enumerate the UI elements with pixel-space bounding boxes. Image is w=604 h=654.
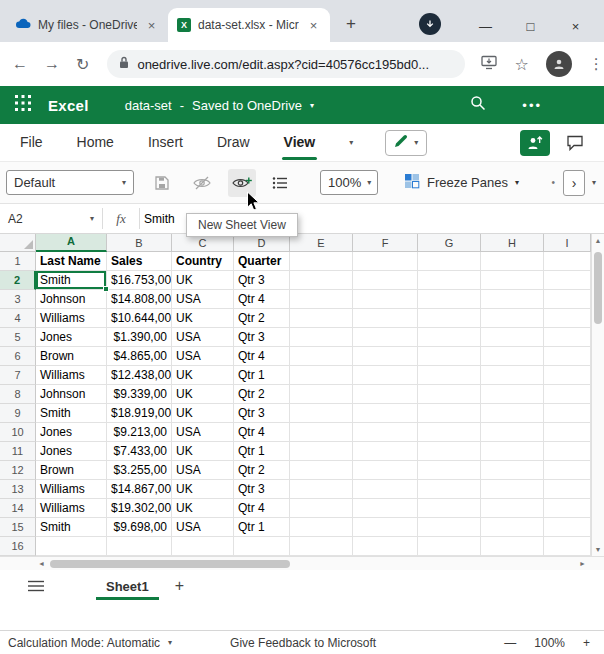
- row-header-16[interactable]: 16: [0, 537, 36, 556]
- share-button[interactable]: [520, 130, 550, 156]
- cell-I2[interactable]: [544, 271, 591, 290]
- cell-H3[interactable]: [481, 290, 544, 309]
- cell-D7[interactable]: Qtr 1: [234, 366, 290, 385]
- cell-D2[interactable]: Qtr 3: [234, 271, 290, 290]
- cell-A16[interactable]: [36, 537, 107, 556]
- cell-C8[interactable]: UK: [172, 385, 234, 404]
- header-more-icon[interactable]: •••: [522, 98, 542, 113]
- minimize-button[interactable]: —: [463, 19, 508, 34]
- cell-H15[interactable]: [481, 518, 544, 537]
- cell-G3[interactable]: [418, 290, 481, 309]
- cell-C7[interactable]: UK: [172, 366, 234, 385]
- cell-A11[interactable]: Jones: [36, 442, 107, 461]
- cell-G2[interactable]: [418, 271, 481, 290]
- menu-insert[interactable]: Insert: [148, 124, 183, 162]
- cell-F15[interactable]: [353, 518, 418, 537]
- cell-D8[interactable]: Qtr 2: [234, 385, 290, 404]
- cell-E14[interactable]: [290, 499, 353, 518]
- cell-E12[interactable]: [290, 461, 353, 480]
- cell-E4[interactable]: [290, 309, 353, 328]
- cell-G7[interactable]: [418, 366, 481, 385]
- cell-B2[interactable]: $16.753,00: [107, 271, 172, 290]
- cell-B14[interactable]: $19.302,00: [107, 499, 172, 518]
- cell-D10[interactable]: Qtr 4: [234, 423, 290, 442]
- row-header-1[interactable]: 1: [0, 252, 36, 271]
- cell-E13[interactable]: [290, 480, 353, 499]
- row-header-6[interactable]: 6: [0, 347, 36, 366]
- cell-G4[interactable]: [418, 309, 481, 328]
- cell-C16[interactable]: [172, 537, 234, 556]
- cell-C3[interactable]: USA: [172, 290, 234, 309]
- menu-file[interactable]: File: [20, 124, 43, 162]
- cell-F1[interactable]: [353, 252, 418, 271]
- cell-C1[interactable]: Country: [172, 252, 234, 271]
- cell-G8[interactable]: [418, 385, 481, 404]
- cell-D4[interactable]: Qtr 2: [234, 309, 290, 328]
- menu-view[interactable]: View: [284, 124, 316, 162]
- cell-G10[interactable]: [418, 423, 481, 442]
- row-header-11[interactable]: 11: [0, 442, 36, 461]
- cell-I8[interactable]: [544, 385, 591, 404]
- cell-D5[interactable]: Qtr 3: [234, 328, 290, 347]
- cell-B9[interactable]: $18.919,00: [107, 404, 172, 423]
- cell-D11[interactable]: Qtr 1: [234, 442, 290, 461]
- cell-F2[interactable]: [353, 271, 418, 290]
- row-header-2[interactable]: 2: [0, 271, 36, 290]
- row-header-12[interactable]: 12: [0, 461, 36, 480]
- column-header-F[interactable]: F: [353, 234, 418, 252]
- cell-D1[interactable]: Quarter: [234, 252, 290, 271]
- cell-G16[interactable]: [418, 537, 481, 556]
- cell-F6[interactable]: [353, 347, 418, 366]
- cell-G13[interactable]: [418, 480, 481, 499]
- cell-I11[interactable]: [544, 442, 591, 461]
- cell-C15[interactable]: USA: [172, 518, 234, 537]
- cell-D14[interactable]: Qtr 4: [234, 499, 290, 518]
- scroll-left-icon[interactable]: ◄: [38, 557, 45, 570]
- cell-D16[interactable]: [234, 537, 290, 556]
- row-header-10[interactable]: 10: [0, 423, 36, 442]
- cell-E16[interactable]: [290, 537, 353, 556]
- scroll-up-icon[interactable]: ▲: [595, 234, 602, 247]
- cell-A14[interactable]: Williams: [36, 499, 107, 518]
- bookmark-star-icon[interactable]: ☆: [514, 55, 528, 74]
- column-header-A[interactable]: A: [36, 234, 107, 252]
- cell-A15[interactable]: Smith: [36, 518, 107, 537]
- url-field[interactable]: onedrive.live.com/edit.aspx?cid=40576cc1…: [107, 50, 465, 78]
- cell-B10[interactable]: $9.213,00: [107, 423, 172, 442]
- cell-A2[interactable]: Smith: [36, 271, 107, 290]
- column-header-B[interactable]: B: [107, 234, 172, 252]
- cell-I7[interactable]: [544, 366, 591, 385]
- cell-G15[interactable]: [418, 518, 481, 537]
- cell-H4[interactable]: [481, 309, 544, 328]
- row-header-9[interactable]: 9: [0, 404, 36, 423]
- cell-A1[interactable]: Last Name: [36, 252, 107, 271]
- cell-A4[interactable]: Williams: [36, 309, 107, 328]
- cell-I1[interactable]: [544, 252, 591, 271]
- row-header-15[interactable]: 15: [0, 518, 36, 537]
- horizontal-scrollbar[interactable]: ◄ ►: [0, 556, 604, 570]
- cell-E8[interactable]: [290, 385, 353, 404]
- cell-H6[interactable]: [481, 347, 544, 366]
- cell-E2[interactable]: [290, 271, 353, 290]
- scroll-right-icon[interactable]: ►: [579, 557, 586, 570]
- cell-H5[interactable]: [481, 328, 544, 347]
- cell-C5[interactable]: USA: [172, 328, 234, 347]
- new-tab-button[interactable]: +: [338, 11, 364, 37]
- add-sheet-button[interactable]: +: [175, 577, 184, 595]
- cell-B6[interactable]: $4.865,00: [107, 347, 172, 366]
- vertical-scroll-thumb[interactable]: [594, 252, 602, 324]
- cell-I3[interactable]: [544, 290, 591, 309]
- cell-G12[interactable]: [418, 461, 481, 480]
- cell-F11[interactable]: [353, 442, 418, 461]
- cell-H11[interactable]: [481, 442, 544, 461]
- cell-A13[interactable]: Williams: [36, 480, 107, 499]
- cell-H10[interactable]: [481, 423, 544, 442]
- cell-B1[interactable]: Sales: [107, 252, 172, 271]
- row-header-8[interactable]: 8: [0, 385, 36, 404]
- cell-F5[interactable]: [353, 328, 418, 347]
- cell-E10[interactable]: [290, 423, 353, 442]
- cell-C11[interactable]: UK: [172, 442, 234, 461]
- cell-E6[interactable]: [290, 347, 353, 366]
- row-header-5[interactable]: 5: [0, 328, 36, 347]
- row-header-13[interactable]: 13: [0, 480, 36, 499]
